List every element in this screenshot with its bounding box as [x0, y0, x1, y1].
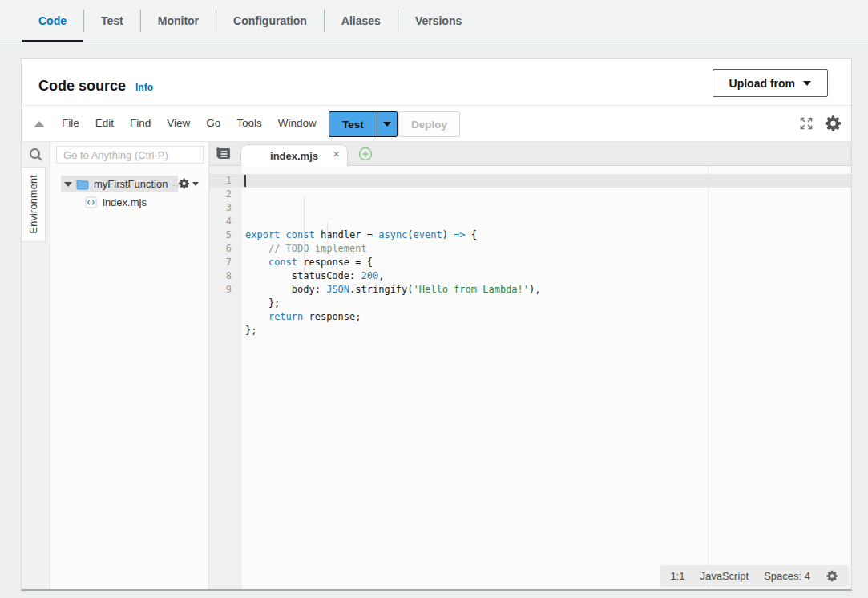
code-line: body: JSON.stringify('Hello from Lambda!…	[245, 283, 851, 297]
upload-from-label: Upload from	[729, 77, 795, 90]
code-source-card: Code source Info Upload from FileEditFin…	[21, 58, 852, 591]
code-token: =>	[454, 229, 465, 240]
code-token: };	[245, 325, 256, 336]
test-split-button: Test	[329, 111, 398, 137]
line-number: 9	[209, 283, 232, 297]
code-editor: index.mjs × 123456789 expor	[209, 142, 851, 589]
upload-from-button[interactable]: Upload from	[713, 69, 828, 97]
code-token	[245, 243, 268, 254]
left-icon-strip: Environment	[22, 142, 50, 589]
code-token: {	[466, 229, 477, 240]
spaces-setting[interactable]: Spaces: 4	[764, 570, 810, 582]
close-tab-icon[interactable]: ×	[333, 147, 340, 160]
folder-name: myFirstFunction	[94, 178, 168, 190]
code-token: )	[442, 229, 454, 240]
text-cursor	[244, 175, 246, 187]
nav-tab-configuration[interactable]: Configuration	[216, 0, 324, 42]
code-file-icon	[85, 196, 97, 208]
collapse-panel-icon[interactable]	[34, 121, 45, 127]
tab-title: index.mjs	[270, 150, 318, 162]
code-line	[245, 337, 851, 351]
menu-item-window[interactable]: Window	[270, 106, 325, 141]
file-name: index.mjs	[103, 196, 147, 208]
menu-item-view[interactable]: View	[159, 106, 198, 141]
environment-tab[interactable]: Environment	[22, 167, 46, 242]
code-token: .stringify(	[349, 284, 413, 295]
tab-list-icon[interactable]	[216, 147, 231, 164]
language-mode[interactable]: JavaScript	[700, 570, 749, 582]
code-token	[245, 311, 268, 322]
code-token: 200	[361, 270, 379, 281]
new-tab-plus-icon[interactable]	[358, 147, 373, 164]
environment-label: Environment	[28, 175, 39, 233]
nav-tab-versions[interactable]: Versions	[398, 0, 478, 42]
code-token: handler =	[315, 229, 378, 240]
indent-guide	[327, 223, 328, 250]
cursor-position[interactable]: 1:1	[670, 570, 684, 582]
nav-tab-monitor[interactable]: Monitor	[141, 0, 216, 42]
code-token: // TODO	[268, 243, 309, 254]
editor-status-bar: 1:1 JavaScript Spaces: 4	[660, 565, 849, 587]
menu-item-tools[interactable]: Tools	[228, 106, 270, 141]
tab-index-mjs[interactable]: index.mjs ×	[240, 144, 348, 166]
deploy-button[interactable]: Deploy	[398, 111, 460, 137]
code-line: export const handler = async(event) => {	[245, 228, 851, 242]
settings-gear-icon[interactable]	[824, 114, 843, 133]
tree-row-file[interactable]: index.mjs	[85, 194, 147, 211]
code-token: response = {	[297, 257, 373, 268]
tree-settings-gear-icon[interactable]	[178, 177, 199, 190]
code-token: response;	[303, 311, 361, 322]
file-tree-panel: myFirstFunction - / index.mjs	[50, 142, 209, 589]
code-line: statusCode: 200,	[245, 269, 851, 283]
test-dropdown-button[interactable]	[377, 111, 398, 137]
code-token: ,	[378, 270, 384, 281]
line-number: 4	[209, 215, 232, 228]
code-line: return response;	[245, 310, 851, 324]
chevron-down-icon	[192, 182, 199, 186]
menu-item-edit[interactable]: Edit	[87, 106, 122, 141]
tree-row-folder[interactable]: myFirstFunction - /	[50, 176, 208, 193]
code-token: };	[245, 297, 280, 309]
code-token: const	[268, 257, 297, 268]
code-token: 'Hello from Lambda!'	[414, 284, 530, 295]
nav-tab-aliases[interactable]: Aliases	[325, 0, 398, 42]
chevron-down-icon	[803, 81, 811, 86]
editor-workspace: Environment myFirstFunction - /	[22, 141, 851, 589]
code-token: ),	[529, 284, 540, 295]
page-title: Code source	[38, 78, 126, 95]
line-number: 2	[209, 188, 232, 201]
status-gear-icon[interactable]	[826, 569, 839, 583]
code-line: };	[245, 297, 851, 310]
line-number: 3	[209, 201, 232, 215]
line-number: 6	[209, 242, 232, 256]
indent-guide	[304, 196, 305, 277]
menu-items: FileEditFindViewGoToolsWindow	[54, 106, 325, 141]
line-number: 8	[209, 269, 232, 283]
nav-tab-code[interactable]: Code	[22, 0, 83, 42]
editor-tabbar: index.mjs ×	[209, 142, 851, 166]
menu-item-find[interactable]: Find	[122, 106, 159, 141]
fullscreen-icon[interactable]	[798, 115, 814, 131]
menu-item-file[interactable]: File	[54, 106, 87, 141]
folder-icon	[76, 179, 90, 190]
code-line: const response = {	[245, 256, 851, 269]
nav-tab-test[interactable]: Test	[84, 0, 140, 42]
code-line: };	[245, 324, 851, 337]
folder-expand-caret-icon[interactable]	[64, 182, 72, 187]
menu-item-go[interactable]: Go	[198, 106, 228, 141]
search-icon[interactable]	[28, 147, 44, 166]
code-token: async	[378, 229, 407, 240]
chevron-down-icon	[383, 122, 391, 127]
code-content: export const handler = async(event) => {…	[245, 174, 851, 351]
code-line: // TODO implement	[245, 242, 851, 256]
info-link[interactable]: Info	[135, 82, 153, 93]
editor-body[interactable]: 123456789 export const handler = async(e…	[209, 166, 851, 589]
line-number: 7	[209, 256, 232, 269]
goto-anything-input[interactable]	[56, 146, 204, 164]
code-token: const	[286, 229, 315, 240]
code-token: body:	[245, 284, 326, 295]
code-token	[245, 257, 268, 268]
line-numbers: 123456789	[209, 174, 242, 297]
code-token: event	[414, 229, 442, 240]
test-button[interactable]: Test	[329, 111, 377, 137]
